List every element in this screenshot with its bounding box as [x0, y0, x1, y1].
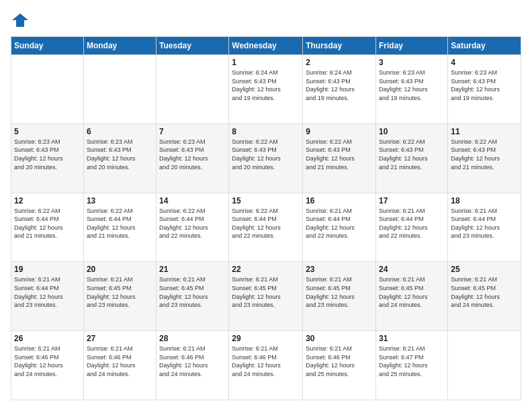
day-cell: 7Sunrise: 6:23 AM Sunset: 6:43 PM Daylig…: [157, 124, 229, 193]
day-info: Sunrise: 6:21 AM Sunset: 6:45 PM Dayligh…: [87, 275, 153, 309]
day-info: Sunrise: 6:24 AM Sunset: 6:43 PM Dayligh…: [232, 68, 300, 102]
header-cell-friday: Friday: [376, 37, 448, 55]
week-row-4: 26Sunrise: 6:21 AM Sunset: 6:46 PM Dayli…: [11, 331, 521, 400]
day-number: 15: [232, 196, 300, 205]
day-cell: 27Sunrise: 6:21 AM Sunset: 6:46 PM Dayli…: [83, 331, 156, 400]
day-cell: 16Sunrise: 6:21 AM Sunset: 6:44 PM Dayli…: [303, 193, 376, 262]
day-cell: 23Sunrise: 6:21 AM Sunset: 6:45 PM Dayli…: [303, 262, 376, 331]
header-cell-saturday: Saturday: [448, 37, 521, 55]
day-cell: 8Sunrise: 6:22 AM Sunset: 6:43 PM Daylig…: [229, 124, 303, 193]
day-cell: 26Sunrise: 6:21 AM Sunset: 6:46 PM Dayli…: [11, 331, 84, 400]
day-info: Sunrise: 6:23 AM Sunset: 6:43 PM Dayligh…: [159, 138, 226, 171]
day-info: Sunrise: 6:21 AM Sunset: 6:46 PM Dayligh…: [306, 345, 373, 378]
day-number: 14: [159, 196, 226, 205]
day-cell: 24Sunrise: 6:21 AM Sunset: 6:45 PM Dayli…: [376, 262, 448, 331]
day-number: 25: [451, 265, 518, 274]
day-number: 18: [451, 196, 518, 205]
day-info: Sunrise: 6:21 AM Sunset: 6:45 PM Dayligh…: [451, 275, 518, 309]
day-info: Sunrise: 6:21 AM Sunset: 6:46 PM Dayligh…: [14, 345, 81, 378]
day-info: Sunrise: 6:22 AM Sunset: 6:43 PM Dayligh…: [306, 138, 373, 171]
day-cell: 25Sunrise: 6:21 AM Sunset: 6:45 PM Dayli…: [448, 262, 521, 331]
day-number: 9: [306, 127, 373, 136]
header: [11, 11, 521, 30]
day-info: Sunrise: 6:22 AM Sunset: 6:43 PM Dayligh…: [451, 138, 518, 171]
day-info: Sunrise: 6:21 AM Sunset: 6:44 PM Dayligh…: [14, 275, 81, 309]
day-cell: 17Sunrise: 6:21 AM Sunset: 6:44 PM Dayli…: [376, 193, 448, 262]
day-cell: 9Sunrise: 6:22 AM Sunset: 6:43 PM Daylig…: [303, 124, 376, 193]
day-cell: 3Sunrise: 6:23 AM Sunset: 6:43 PM Daylig…: [376, 55, 448, 124]
day-cell: 11Sunrise: 6:22 AM Sunset: 6:43 PM Dayli…: [448, 124, 521, 193]
day-number: 28: [159, 334, 226, 343]
day-cell: [11, 55, 84, 124]
day-cell: 19Sunrise: 6:21 AM Sunset: 6:44 PM Dayli…: [11, 262, 84, 331]
calendar-body: 1Sunrise: 6:24 AM Sunset: 6:43 PM Daylig…: [11, 55, 521, 400]
day-info: Sunrise: 6:22 AM Sunset: 6:44 PM Dayligh…: [87, 207, 153, 240]
day-number: 24: [379, 265, 445, 274]
day-number: 6: [87, 127, 153, 136]
day-number: 10: [379, 127, 445, 136]
week-row-3: 19Sunrise: 6:21 AM Sunset: 6:44 PM Dayli…: [11, 262, 521, 331]
day-info: Sunrise: 6:21 AM Sunset: 6:46 PM Dayligh…: [87, 345, 153, 378]
day-number: 12: [14, 196, 81, 205]
day-info: Sunrise: 6:21 AM Sunset: 6:44 PM Dayligh…: [379, 207, 445, 240]
calendar-table: SundayMondayTuesdayWednesdayThursdayFrid…: [11, 36, 521, 400]
day-number: 26: [14, 334, 81, 343]
day-cell: 12Sunrise: 6:22 AM Sunset: 6:44 PM Dayli…: [11, 193, 84, 262]
day-cell: 28Sunrise: 6:21 AM Sunset: 6:46 PM Dayli…: [157, 331, 229, 400]
day-cell: 18Sunrise: 6:21 AM Sunset: 6:44 PM Dayli…: [448, 193, 521, 262]
day-number: 29: [232, 334, 300, 343]
day-number: 5: [14, 127, 81, 136]
header-cell-tuesday: Tuesday: [157, 37, 229, 55]
calendar-header: SundayMondayTuesdayWednesdayThursdayFrid…: [11, 37, 521, 55]
week-row-2: 12Sunrise: 6:22 AM Sunset: 6:44 PM Dayli…: [11, 193, 521, 262]
day-info: Sunrise: 6:21 AM Sunset: 6:45 PM Dayligh…: [232, 275, 300, 309]
day-number: 27: [87, 334, 153, 343]
day-cell: [157, 55, 229, 124]
day-number: 21: [159, 265, 226, 274]
day-number: 8: [232, 127, 300, 136]
day-cell: 2Sunrise: 6:24 AM Sunset: 6:43 PM Daylig…: [303, 55, 376, 124]
day-info: Sunrise: 6:21 AM Sunset: 6:46 PM Dayligh…: [232, 345, 300, 378]
day-info: Sunrise: 6:21 AM Sunset: 6:45 PM Dayligh…: [159, 275, 226, 309]
day-info: Sunrise: 6:23 AM Sunset: 6:43 PM Dayligh…: [87, 138, 153, 171]
day-info: Sunrise: 6:21 AM Sunset: 6:45 PM Dayligh…: [306, 275, 373, 309]
logo: [11, 11, 32, 30]
day-cell: 13Sunrise: 6:22 AM Sunset: 6:44 PM Dayli…: [83, 193, 156, 262]
day-number: 20: [87, 265, 153, 274]
day-cell: 31Sunrise: 6:21 AM Sunset: 6:47 PM Dayli…: [376, 331, 448, 400]
day-number: 19: [14, 265, 81, 274]
day-cell: 30Sunrise: 6:21 AM Sunset: 6:46 PM Dayli…: [303, 331, 376, 400]
header-cell-monday: Monday: [83, 37, 156, 55]
day-cell: 5Sunrise: 6:23 AM Sunset: 6:43 PM Daylig…: [11, 124, 84, 193]
day-cell: 22Sunrise: 6:21 AM Sunset: 6:45 PM Dayli…: [229, 262, 303, 331]
day-info: Sunrise: 6:21 AM Sunset: 6:44 PM Dayligh…: [451, 207, 518, 240]
day-cell: 20Sunrise: 6:21 AM Sunset: 6:45 PM Dayli…: [83, 262, 156, 331]
day-info: Sunrise: 6:22 AM Sunset: 6:44 PM Dayligh…: [14, 207, 81, 240]
day-info: Sunrise: 6:24 AM Sunset: 6:43 PM Dayligh…: [306, 68, 373, 102]
day-number: 16: [306, 196, 373, 205]
day-info: Sunrise: 6:21 AM Sunset: 6:46 PM Dayligh…: [159, 345, 226, 378]
day-info: Sunrise: 6:21 AM Sunset: 6:45 PM Dayligh…: [379, 275, 445, 309]
day-info: Sunrise: 6:23 AM Sunset: 6:43 PM Dayligh…: [14, 138, 81, 171]
day-cell: 6Sunrise: 6:23 AM Sunset: 6:43 PM Daylig…: [83, 124, 156, 193]
week-row-0: 1Sunrise: 6:24 AM Sunset: 6:43 PM Daylig…: [11, 55, 521, 124]
day-info: Sunrise: 6:21 AM Sunset: 6:47 PM Dayligh…: [379, 345, 445, 378]
day-cell: [83, 55, 156, 124]
day-cell: 14Sunrise: 6:22 AM Sunset: 6:44 PM Dayli…: [157, 193, 229, 262]
day-info: Sunrise: 6:21 AM Sunset: 6:44 PM Dayligh…: [306, 207, 373, 240]
day-cell: 15Sunrise: 6:22 AM Sunset: 6:44 PM Dayli…: [229, 193, 303, 262]
day-number: 17: [379, 196, 445, 205]
day-info: Sunrise: 6:22 AM Sunset: 6:44 PM Dayligh…: [159, 207, 226, 240]
page: SundayMondayTuesdayWednesdayThursdayFrid…: [0, 0, 532, 411]
day-number: 22: [232, 265, 300, 274]
day-cell: 10Sunrise: 6:22 AM Sunset: 6:43 PM Dayli…: [376, 124, 448, 193]
day-info: Sunrise: 6:22 AM Sunset: 6:43 PM Dayligh…: [379, 138, 445, 171]
day-info: Sunrise: 6:23 AM Sunset: 6:43 PM Dayligh…: [379, 68, 445, 102]
header-cell-thursday: Thursday: [303, 37, 376, 55]
day-number: 7: [159, 127, 226, 136]
day-info: Sunrise: 6:22 AM Sunset: 6:44 PM Dayligh…: [232, 207, 300, 240]
day-number: 23: [306, 265, 373, 274]
day-info: Sunrise: 6:23 AM Sunset: 6:43 PM Dayligh…: [451, 68, 518, 102]
day-cell: 29Sunrise: 6:21 AM Sunset: 6:46 PM Dayli…: [229, 331, 303, 400]
week-row-1: 5Sunrise: 6:23 AM Sunset: 6:43 PM Daylig…: [11, 124, 521, 193]
